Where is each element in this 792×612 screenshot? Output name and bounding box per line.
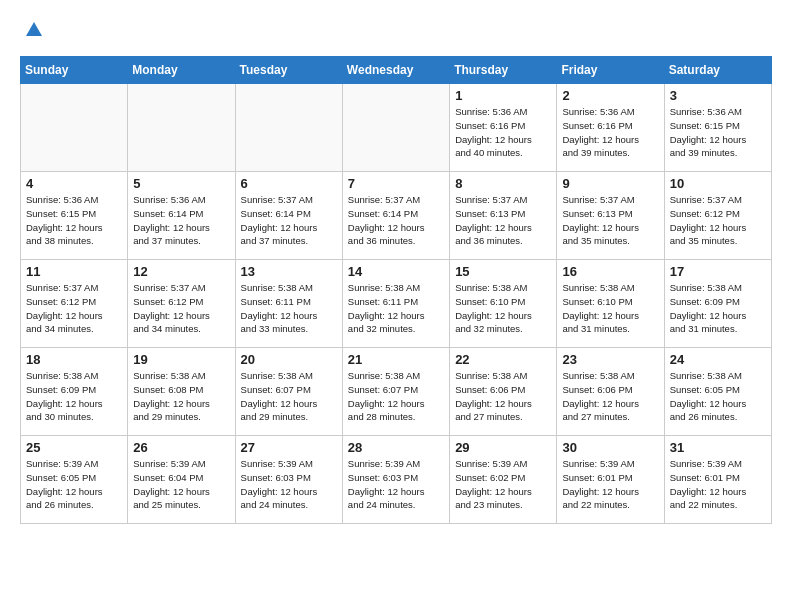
calendar-cell: 31Sunrise: 5:39 AM Sunset: 6:01 PM Dayli… [664, 436, 771, 524]
day-number: 6 [241, 176, 337, 191]
calendar-cell: 29Sunrise: 5:39 AM Sunset: 6:02 PM Dayli… [450, 436, 557, 524]
calendar-cell: 10Sunrise: 5:37 AM Sunset: 6:12 PM Dayli… [664, 172, 771, 260]
day-info: Sunrise: 5:36 AM Sunset: 6:15 PM Dayligh… [670, 105, 766, 160]
calendar-cell: 7Sunrise: 5:37 AM Sunset: 6:14 PM Daylig… [342, 172, 449, 260]
header-row: SundayMondayTuesdayWednesdayThursdayFrid… [21, 57, 772, 84]
calendar-cell: 8Sunrise: 5:37 AM Sunset: 6:13 PM Daylig… [450, 172, 557, 260]
day-info: Sunrise: 5:38 AM Sunset: 6:09 PM Dayligh… [670, 281, 766, 336]
day-info: Sunrise: 5:36 AM Sunset: 6:14 PM Dayligh… [133, 193, 229, 248]
day-number: 1 [455, 88, 551, 103]
calendar-cell: 13Sunrise: 5:38 AM Sunset: 6:11 PM Dayli… [235, 260, 342, 348]
calendar-cell: 12Sunrise: 5:37 AM Sunset: 6:12 PM Dayli… [128, 260, 235, 348]
day-number: 23 [562, 352, 658, 367]
calendar-cell: 14Sunrise: 5:38 AM Sunset: 6:11 PM Dayli… [342, 260, 449, 348]
calendar-cell: 28Sunrise: 5:39 AM Sunset: 6:03 PM Dayli… [342, 436, 449, 524]
day-number: 13 [241, 264, 337, 279]
day-info: Sunrise: 5:38 AM Sunset: 6:10 PM Dayligh… [455, 281, 551, 336]
day-number: 10 [670, 176, 766, 191]
header-tuesday: Tuesday [235, 57, 342, 84]
day-number: 4 [26, 176, 122, 191]
day-info: Sunrise: 5:37 AM Sunset: 6:14 PM Dayligh… [348, 193, 444, 248]
calendar-cell: 4Sunrise: 5:36 AM Sunset: 6:15 PM Daylig… [21, 172, 128, 260]
day-number: 3 [670, 88, 766, 103]
calendar-cell [235, 84, 342, 172]
calendar-cell: 19Sunrise: 5:38 AM Sunset: 6:08 PM Dayli… [128, 348, 235, 436]
day-info: Sunrise: 5:39 AM Sunset: 6:02 PM Dayligh… [455, 457, 551, 512]
week-row-2: 4Sunrise: 5:36 AM Sunset: 6:15 PM Daylig… [21, 172, 772, 260]
day-number: 12 [133, 264, 229, 279]
calendar-cell: 6Sunrise: 5:37 AM Sunset: 6:14 PM Daylig… [235, 172, 342, 260]
day-info: Sunrise: 5:38 AM Sunset: 6:07 PM Dayligh… [241, 369, 337, 424]
day-info: Sunrise: 5:36 AM Sunset: 6:16 PM Dayligh… [455, 105, 551, 160]
day-info: Sunrise: 5:37 AM Sunset: 6:12 PM Dayligh… [670, 193, 766, 248]
day-info: Sunrise: 5:38 AM Sunset: 6:06 PM Dayligh… [562, 369, 658, 424]
day-info: Sunrise: 5:39 AM Sunset: 6:03 PM Dayligh… [241, 457, 337, 512]
logo-icon [24, 20, 44, 40]
day-info: Sunrise: 5:39 AM Sunset: 6:04 PM Dayligh… [133, 457, 229, 512]
day-info: Sunrise: 5:38 AM Sunset: 6:11 PM Dayligh… [348, 281, 444, 336]
day-number: 21 [348, 352, 444, 367]
calendar-cell [342, 84, 449, 172]
day-info: Sunrise: 5:36 AM Sunset: 6:16 PM Dayligh… [562, 105, 658, 160]
logo [20, 20, 44, 40]
day-info: Sunrise: 5:37 AM Sunset: 6:12 PM Dayligh… [26, 281, 122, 336]
day-info: Sunrise: 5:39 AM Sunset: 6:05 PM Dayligh… [26, 457, 122, 512]
svg-marker-0 [26, 22, 42, 36]
day-number: 25 [26, 440, 122, 455]
week-row-1: 1Sunrise: 5:36 AM Sunset: 6:16 PM Daylig… [21, 84, 772, 172]
day-info: Sunrise: 5:38 AM Sunset: 6:10 PM Dayligh… [562, 281, 658, 336]
calendar-cell: 5Sunrise: 5:36 AM Sunset: 6:14 PM Daylig… [128, 172, 235, 260]
day-number: 14 [348, 264, 444, 279]
day-number: 17 [670, 264, 766, 279]
header-sunday: Sunday [21, 57, 128, 84]
header-wednesday: Wednesday [342, 57, 449, 84]
day-info: Sunrise: 5:39 AM Sunset: 6:03 PM Dayligh… [348, 457, 444, 512]
calendar-cell: 16Sunrise: 5:38 AM Sunset: 6:10 PM Dayli… [557, 260, 664, 348]
calendar-cell: 11Sunrise: 5:37 AM Sunset: 6:12 PM Dayli… [21, 260, 128, 348]
day-number: 31 [670, 440, 766, 455]
calendar-cell [21, 84, 128, 172]
day-number: 16 [562, 264, 658, 279]
day-info: Sunrise: 5:36 AM Sunset: 6:15 PM Dayligh… [26, 193, 122, 248]
header-friday: Friday [557, 57, 664, 84]
day-number: 27 [241, 440, 337, 455]
week-row-4: 18Sunrise: 5:38 AM Sunset: 6:09 PM Dayli… [21, 348, 772, 436]
calendar-cell: 24Sunrise: 5:38 AM Sunset: 6:05 PM Dayli… [664, 348, 771, 436]
calendar-cell: 20Sunrise: 5:38 AM Sunset: 6:07 PM Dayli… [235, 348, 342, 436]
day-info: Sunrise: 5:38 AM Sunset: 6:05 PM Dayligh… [670, 369, 766, 424]
calendar-cell: 3Sunrise: 5:36 AM Sunset: 6:15 PM Daylig… [664, 84, 771, 172]
day-number: 11 [26, 264, 122, 279]
header-monday: Monday [128, 57, 235, 84]
calendar-cell: 21Sunrise: 5:38 AM Sunset: 6:07 PM Dayli… [342, 348, 449, 436]
day-number: 15 [455, 264, 551, 279]
day-number: 19 [133, 352, 229, 367]
calendar-cell: 22Sunrise: 5:38 AM Sunset: 6:06 PM Dayli… [450, 348, 557, 436]
day-info: Sunrise: 5:37 AM Sunset: 6:12 PM Dayligh… [133, 281, 229, 336]
day-info: Sunrise: 5:38 AM Sunset: 6:06 PM Dayligh… [455, 369, 551, 424]
day-number: 9 [562, 176, 658, 191]
calendar-cell: 23Sunrise: 5:38 AM Sunset: 6:06 PM Dayli… [557, 348, 664, 436]
day-info: Sunrise: 5:38 AM Sunset: 6:09 PM Dayligh… [26, 369, 122, 424]
header-thursday: Thursday [450, 57, 557, 84]
calendar-cell: 15Sunrise: 5:38 AM Sunset: 6:10 PM Dayli… [450, 260, 557, 348]
day-info: Sunrise: 5:39 AM Sunset: 6:01 PM Dayligh… [562, 457, 658, 512]
day-number: 26 [133, 440, 229, 455]
header-saturday: Saturday [664, 57, 771, 84]
day-info: Sunrise: 5:38 AM Sunset: 6:07 PM Dayligh… [348, 369, 444, 424]
calendar-cell: 26Sunrise: 5:39 AM Sunset: 6:04 PM Dayli… [128, 436, 235, 524]
calendar-cell: 17Sunrise: 5:38 AM Sunset: 6:09 PM Dayli… [664, 260, 771, 348]
week-row-5: 25Sunrise: 5:39 AM Sunset: 6:05 PM Dayli… [21, 436, 772, 524]
page-header [20, 20, 772, 40]
day-number: 29 [455, 440, 551, 455]
day-info: Sunrise: 5:37 AM Sunset: 6:13 PM Dayligh… [562, 193, 658, 248]
day-number: 8 [455, 176, 551, 191]
calendar-cell: 18Sunrise: 5:38 AM Sunset: 6:09 PM Dayli… [21, 348, 128, 436]
calendar-cell: 25Sunrise: 5:39 AM Sunset: 6:05 PM Dayli… [21, 436, 128, 524]
day-number: 7 [348, 176, 444, 191]
calendar-cell: 30Sunrise: 5:39 AM Sunset: 6:01 PM Dayli… [557, 436, 664, 524]
calendar-table: SundayMondayTuesdayWednesdayThursdayFrid… [20, 56, 772, 524]
day-number: 24 [670, 352, 766, 367]
calendar-cell: 9Sunrise: 5:37 AM Sunset: 6:13 PM Daylig… [557, 172, 664, 260]
day-number: 30 [562, 440, 658, 455]
day-info: Sunrise: 5:37 AM Sunset: 6:14 PM Dayligh… [241, 193, 337, 248]
